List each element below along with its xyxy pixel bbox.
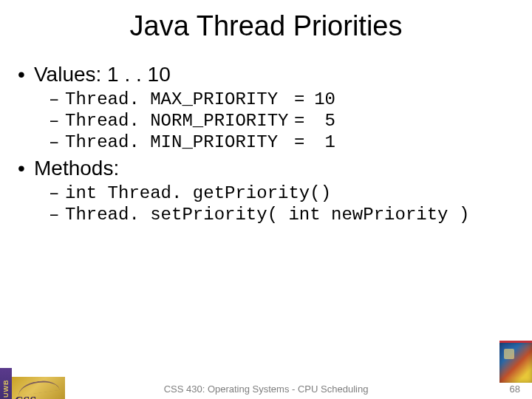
method-text: Thread. setPriority( int newPriority ) [65,205,469,225]
priority-name: Thread. MAX_PRIORITY [65,89,294,109]
logo-left-group: UWB CSS [0,368,65,399]
priority-eq: = [294,111,313,131]
page-number: 68 [510,383,520,395]
priority-value: 5 [313,111,335,131]
footer-text: CSS 430: Operating Systems - CPU Schedul… [0,383,532,395]
slide: Java Thread Priorities •Values: 1 . . 10… [0,10,532,399]
priority-eq: = [294,132,313,152]
css-logo-icon: CSS [12,377,65,399]
priority-value: 10 [313,89,335,109]
bullet-dot-icon: • [18,157,34,180]
slide-content: •Values: 1 . . 10 – Thread. MAX_PRIORITY… [18,63,514,225]
slide-title: Java Thread Priorities [0,10,532,42]
priority-eq: = [294,89,313,109]
bullet-dash-icon: – [49,132,65,152]
priority-row: – Thread. NORM_PRIORITY = 5 [49,111,514,131]
bullet-dash-icon: – [49,89,65,109]
bullet-dash-icon: – [49,111,65,131]
priority-row: – Thread. MIN_PRIORITY = 1 [49,132,514,152]
method-row: –int Thread. getPriority() [49,183,514,203]
swish-icon [17,378,60,396]
methods-heading: Methods: [34,157,119,180]
priority-name: Thread. MIN_PRIORITY [65,132,294,152]
priority-name: Thread. NORM_PRIORITY [65,111,294,131]
priority-row: – Thread. MAX_PRIORITY = 10 [49,89,514,109]
priority-value: 1 [313,132,335,152]
book-cover-icon [499,341,532,383]
bullet-dash-icon: – [49,183,65,203]
bullet-values: •Values: 1 . . 10 [18,63,514,86]
method-row: –Thread. setPriority( int newPriority ) [49,205,514,225]
bullet-dot-icon: • [18,63,34,86]
method-text: int Thread. getPriority() [65,183,331,203]
bullet-dash-icon: – [49,205,65,225]
uwb-logo-icon: UWB [0,368,12,399]
bullet-methods: •Methods: [18,157,514,180]
values-heading: Values: 1 . . 10 [34,63,171,86]
